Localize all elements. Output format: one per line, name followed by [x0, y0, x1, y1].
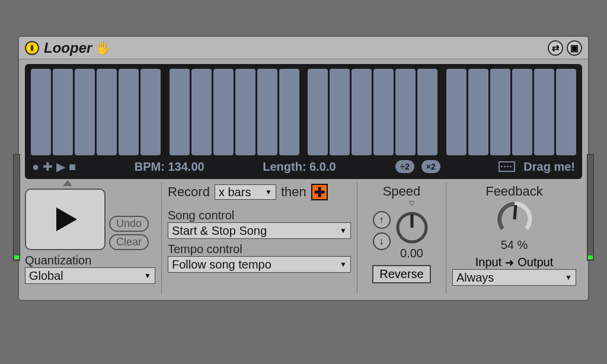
bpm-readout: BPM: 134.00 [135, 160, 205, 174]
bar-group [170, 69, 300, 155]
loop-bar [97, 69, 117, 155]
play-triangle-icon [50, 205, 80, 234]
io-value: Always [456, 271, 494, 285]
looper-device: Looper 🖐 ⇄ ▣ ● ✚ ▶ ■ BPM: 134.00 Length:… [18, 36, 589, 301]
tempo-control-label: Tempo control [168, 242, 351, 256]
quantization-select[interactable]: Global ▼ [25, 267, 155, 284]
chevron-down-icon: ▼ [565, 273, 572, 282]
save-preset-icon[interactable]: ▣ [567, 40, 582, 56]
chevron-down-icon: ▼ [340, 226, 347, 235]
loop-bar [308, 69, 328, 155]
loop-bar [235, 69, 255, 155]
speed-nudge-up[interactable]: ↑ [373, 211, 391, 229]
hot-swap-icon[interactable]: ⇄ [548, 40, 563, 56]
loop-bar [279, 69, 299, 155]
speed-value: 0.00 [393, 247, 431, 260]
loop-bar [534, 69, 554, 155]
svg-line-3 [515, 205, 516, 219]
record-mode-value: x bars [219, 186, 251, 199]
arrow-right-icon: ➜ [505, 256, 514, 269]
chevron-down-icon: ▼ [340, 260, 347, 269]
input-level-meter [13, 154, 20, 261]
quantization-value: Global [29, 269, 63, 283]
then-label: then [281, 184, 306, 200]
loop-bar [330, 69, 350, 155]
loop-bar [512, 69, 532, 155]
song-control-label: Song control [168, 209, 351, 222]
reverse-button[interactable]: Reverse [372, 265, 430, 283]
device-power-button[interactable] [25, 41, 39, 55]
tempo-control-select[interactable]: Follow song tempo ▼ [168, 256, 351, 273]
loop-bar [352, 69, 372, 155]
record-label: Record [168, 184, 210, 200]
loop-display: ● ✚ ▶ ■ BPM: 134.00 Length: 6.0.0 ÷2 ×2 … [25, 64, 582, 179]
clear-button[interactable]: Clear [109, 234, 149, 250]
quantization-label: Quantization [25, 254, 155, 267]
loop-bar [119, 69, 139, 155]
loop-bar [191, 69, 212, 155]
record-icon[interactable]: ● [32, 160, 39, 174]
loop-bar [31, 69, 51, 155]
loop-bar [75, 69, 95, 155]
big-transport-button[interactable] [25, 189, 106, 250]
song-control-value: Start & Stop Song [172, 224, 267, 238]
double-length-button[interactable]: ×2 [421, 160, 440, 173]
loop-bar [490, 69, 510, 155]
chevron-down-icon: ▼ [144, 272, 151, 280]
length-readout: Length: 6.0.0 [263, 160, 336, 174]
loop-bar [446, 69, 467, 155]
svg-marker-0 [56, 207, 77, 231]
loop-bar [213, 69, 234, 155]
loop-bar [53, 69, 73, 155]
speed-pointer-icon: ▽ [393, 199, 431, 207]
overdub-icon[interactable]: ✚ [43, 159, 53, 174]
loop-bar [373, 69, 394, 155]
loop-bar [257, 69, 277, 155]
loop-bar [170, 69, 190, 155]
chevron-down-icon: ▼ [265, 188, 272, 196]
speed-label: Speed [383, 184, 421, 199]
state-marker-icon [63, 180, 72, 186]
play-icon[interactable]: ▶ [56, 159, 65, 174]
stop-icon[interactable]: ■ [69, 160, 76, 174]
speed-knob[interactable] [393, 207, 431, 245]
feedback-label: Feedback [485, 184, 543, 199]
input-label: Input [475, 256, 501, 269]
output-level-meter [587, 154, 594, 261]
halve-length-button[interactable]: ÷2 [395, 160, 414, 173]
feedback-value: 54 % [501, 238, 528, 252]
bar-group [31, 69, 161, 155]
input-output-select[interactable]: Always ▼ [452, 269, 576, 286]
loop-bar [468, 69, 488, 155]
loop-bar [556, 69, 576, 155]
bar-group [446, 69, 577, 155]
loop-bar [140, 69, 161, 155]
waveform-icon [499, 161, 515, 172]
then-overdub-button[interactable]: ✚ [311, 184, 328, 200]
output-label: Output [517, 256, 553, 269]
loop-bar [417, 69, 437, 155]
record-mode-select[interactable]: x bars ▼ [215, 184, 276, 200]
feedback-knob[interactable] [496, 199, 533, 237]
title-bar: Looper 🖐 ⇄ ▣ [19, 37, 588, 59]
hand-icon: 🖐 [95, 41, 110, 55]
tempo-control-value: Follow song tempo [172, 258, 271, 272]
loop-bar [395, 69, 416, 155]
undo-button[interactable]: Undo [109, 216, 149, 232]
device-title: Looper [44, 40, 92, 56]
bar-group [308, 69, 438, 155]
song-control-select[interactable]: Start & Stop Song ▼ [168, 222, 351, 239]
speed-nudge-down[interactable]: ↓ [373, 232, 391, 250]
drag-me-label[interactable]: Drag me! [523, 160, 575, 174]
